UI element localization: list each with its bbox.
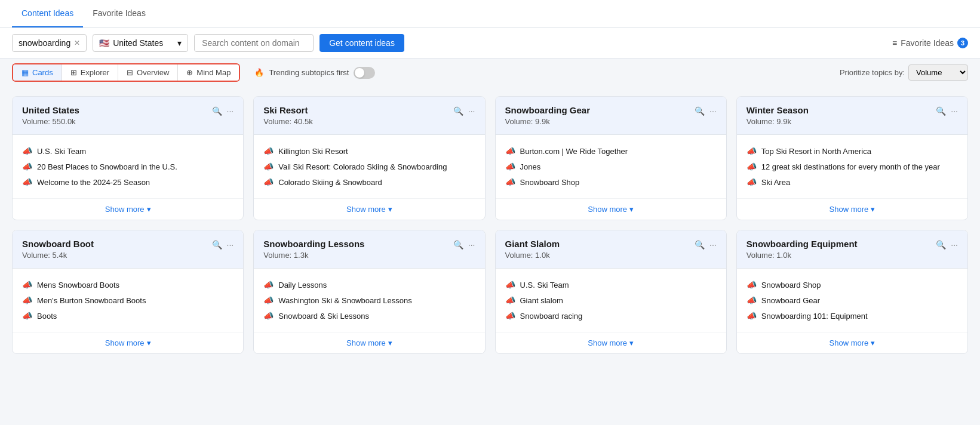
card-volume: Volume: 9.9k xyxy=(505,117,591,126)
card-title: United States xyxy=(22,105,79,115)
flag-icon: 🇺🇸 xyxy=(99,38,109,48)
chevron-down-icon: ▾ xyxy=(147,338,151,347)
top-bar: Content Ideas Favorite Ideas xyxy=(0,0,980,28)
trending-toggle-switch[interactable] xyxy=(354,67,375,79)
search-icon[interactable]: 🔍 xyxy=(695,240,705,250)
card-item-label: Daily Lessons xyxy=(278,281,327,290)
card-snowboard-boot: Snowboard Boot Volume: 5.4k 🔍 ··· 📣 Mens… xyxy=(12,230,244,354)
card-volume: Volume: 1.0k xyxy=(746,251,858,260)
view-tab-mind-map[interactable]: ⊕ Mind Map xyxy=(178,64,239,81)
search-icon[interactable]: 🔍 xyxy=(453,240,463,250)
chevron-down-icon: ▾ xyxy=(388,338,392,347)
view-tab-overview[interactable]: ⊟ Overview xyxy=(118,64,178,81)
get-ideas-button[interactable]: Get content ideas xyxy=(320,34,404,52)
card-volume: Volume: 40.5k xyxy=(263,117,312,126)
card-item: 📣 Snowboard Shop xyxy=(746,277,958,292)
card-item-label: Colorado Skiing & Snowboard xyxy=(278,178,382,187)
trending-toggle-group: 🔥 Trending subtopics first xyxy=(254,67,375,79)
search-icon[interactable]: 🔍 xyxy=(212,240,222,250)
megaphone-icon: 📣 xyxy=(746,177,757,187)
more-options-icon[interactable]: ··· xyxy=(227,106,234,116)
tab-favorite-ideas[interactable]: Favorite Ideas xyxy=(83,0,155,27)
cards-grid: United States Volume: 550.0k 🔍 ··· 📣 U.S… xyxy=(0,87,980,364)
more-options-icon[interactable]: ··· xyxy=(951,240,958,250)
toggle-knob xyxy=(355,68,364,78)
show-more-button[interactable]: Show more ▾ xyxy=(13,198,243,220)
megaphone-icon: 📣 xyxy=(746,280,757,290)
show-more-button[interactable]: Show more ▾ xyxy=(737,332,967,353)
more-options-icon[interactable]: ··· xyxy=(951,106,958,116)
card-item: 📣 Snowboard racing xyxy=(505,308,717,324)
keyword-chip: snowboarding ✕ xyxy=(12,34,87,52)
show-more-button[interactable]: Show more ▾ xyxy=(13,332,243,353)
domain-search-input[interactable] xyxy=(194,34,314,52)
card-header-united-states: United States Volume: 550.0k 🔍 ··· xyxy=(13,97,243,135)
card-item: 📣 Men's Burton Snowboard Boots xyxy=(22,292,234,308)
more-options-icon[interactable]: ··· xyxy=(709,240,717,250)
card-item-label: 20 Best Places to Snowboard in the U.S. xyxy=(37,162,177,171)
tab-content-ideas[interactable]: Content Ideas xyxy=(12,0,83,27)
show-more-label: Show more xyxy=(346,205,386,214)
search-icon[interactable]: 🔍 xyxy=(936,106,946,116)
card-item-label: Killington Ski Resort xyxy=(278,147,348,156)
overview-icon: ⊟ xyxy=(127,68,133,77)
card-item: 📣 U.S. Ski Team xyxy=(22,143,234,159)
card-item-label: 12 great ski destinations for every mont… xyxy=(761,162,940,171)
card-item: 📣 Giant slalom xyxy=(505,292,717,308)
chevron-down-icon: ▾ xyxy=(629,338,634,347)
card-item-label: Giant slalom xyxy=(520,296,563,305)
show-more-label: Show more xyxy=(588,205,627,214)
card-header-winter-season: Winter Season Volume: 9.9k 🔍 ··· xyxy=(737,97,967,135)
megaphone-icon: 📣 xyxy=(746,311,757,321)
keyword-close-icon[interactable]: ✕ xyxy=(74,39,80,47)
megaphone-icon: 📣 xyxy=(505,280,515,290)
card-volume: Volume: 5.4k xyxy=(22,251,94,260)
card-item: 📣 Snowboard Gear xyxy=(746,292,958,308)
view-tab-cards[interactable]: ▦ Cards xyxy=(13,64,62,81)
more-options-icon[interactable]: ··· xyxy=(227,240,234,250)
keyword-value: snowboarding xyxy=(19,38,70,48)
card-item: 📣 20 Best Places to Snowboard in the U.S… xyxy=(22,159,234,174)
card-item-label: Snowboarding 101: Equipment xyxy=(761,312,868,321)
main-tabs: Content Ideas Favorite Ideas xyxy=(12,0,968,27)
megaphone-icon: 📣 xyxy=(263,295,274,305)
card-volume: Volume: 1.3k xyxy=(263,251,364,260)
favorite-ideas-button[interactable]: ≡ Favorite Ideas 3 xyxy=(892,38,968,48)
search-icon[interactable]: 🔍 xyxy=(936,240,946,250)
card-item-label: Snowboard Shop xyxy=(520,178,580,187)
country-selector[interactable]: 🇺🇸 United States ▾ xyxy=(93,34,188,52)
show-more-button[interactable]: Show more ▾ xyxy=(254,332,484,353)
more-options-icon[interactable]: ··· xyxy=(468,240,475,250)
card-title: Snowboarding Gear xyxy=(505,105,591,115)
card-item: 📣 Jones xyxy=(505,159,717,174)
card-item-label: Vail Ski Resort: Colorado Skiing & Snowb… xyxy=(278,162,447,171)
card-item: 📣 Mens Snowboard Boots xyxy=(22,277,234,292)
card-item-label: Washington Ski & Snowboard Lessons xyxy=(278,296,412,305)
search-icon[interactable]: 🔍 xyxy=(212,106,222,116)
megaphone-icon: 📣 xyxy=(263,311,274,321)
fire-icon: 🔥 xyxy=(254,68,264,77)
search-icon[interactable]: 🔍 xyxy=(695,106,705,116)
card-header-snowboarding-equipment: Snowboarding Equipment Volume: 1.0k 🔍 ··… xyxy=(737,230,967,269)
country-label: United States xyxy=(113,38,163,48)
megaphone-icon: 📣 xyxy=(22,162,32,171)
show-more-button[interactable]: Show more ▾ xyxy=(737,198,967,220)
card-body-snowboarding-lessons: 📣 Daily Lessons 📣 Washington Ski & Snowb… xyxy=(254,269,484,332)
card-item-label: Welcome to the 2024-25 Season xyxy=(37,178,150,187)
card-item: 📣 Washington Ski & Snowboard Lessons xyxy=(263,292,475,308)
search-icon[interactable]: 🔍 xyxy=(453,106,463,116)
more-options-icon[interactable]: ··· xyxy=(709,106,717,116)
prioritize-select[interactable]: Volume Relevance Difficulty xyxy=(908,64,968,81)
view-tab-explorer[interactable]: ⊞ Explorer xyxy=(62,64,118,81)
card-item: 📣 Welcome to the 2024-25 Season xyxy=(22,174,234,190)
view-tabs-group: ▦ Cards ⊞ Explorer ⊟ Overview ⊕ Mind Map xyxy=(12,63,240,82)
card-snowboarding-gear: Snowboarding Gear Volume: 9.9k 🔍 ··· 📣 B… xyxy=(495,96,727,220)
show-more-button[interactable]: Show more ▾ xyxy=(496,198,726,220)
show-more-button[interactable]: Show more ▾ xyxy=(254,198,484,220)
show-more-button[interactable]: Show more ▾ xyxy=(496,332,726,353)
more-options-icon[interactable]: ··· xyxy=(468,106,475,116)
card-item-label: Snowboard & Ski Lessons xyxy=(278,312,369,321)
card-item-label: Men's Burton Snowboard Boots xyxy=(37,296,146,305)
favorite-ideas-label: Favorite Ideas xyxy=(901,38,954,48)
card-item: 📣 Colorado Skiing & Snowboard xyxy=(263,174,475,190)
